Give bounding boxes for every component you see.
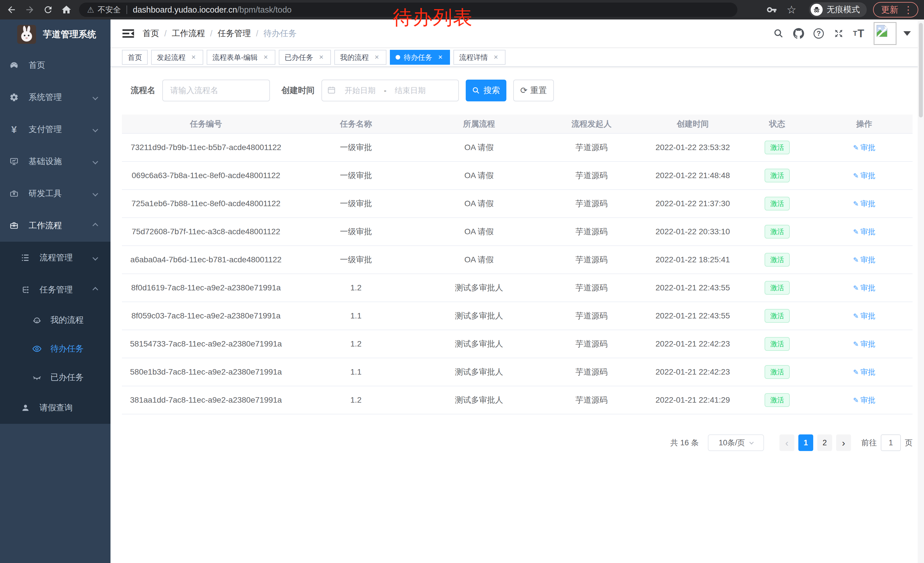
fullscreen-icon[interactable]: [832, 27, 845, 40]
sidebar-item-my-process[interactable]: 我的流程: [0, 306, 111, 335]
status-badge: 激活: [765, 393, 790, 407]
sidebar-item-dev-tools[interactable]: 研发工具: [0, 177, 111, 210]
prev-page-button[interactable]: ‹: [780, 434, 794, 451]
sidebar-item-process-management[interactable]: 流程管理: [0, 242, 111, 274]
cell-actions: ✎审批: [816, 189, 912, 218]
cell-starter: 芋道源码: [536, 302, 647, 330]
sidebar-item-workflow[interactable]: 工作流程: [0, 210, 111, 242]
col-task-name: 任务名称: [290, 114, 422, 134]
approve-link[interactable]: ✎审批: [853, 368, 875, 376]
cell-process: OA 请假: [422, 246, 536, 274]
close-icon[interactable]: ×: [189, 53, 198, 61]
date-range-picker[interactable]: -: [321, 80, 459, 101]
eye-open-icon: [32, 344, 42, 354]
edit-icon: ✎: [853, 368, 859, 376]
sidebar-item-infrastructure[interactable]: 基础设施: [0, 146, 111, 177]
browser-update-button[interactable]: 更新 ⋮: [873, 2, 918, 18]
scrollbar-thumb[interactable]: [919, 23, 923, 117]
cell-starter: 芋道源码: [536, 330, 647, 358]
close-icon[interactable]: ×: [436, 53, 444, 61]
cell-task-name: 1.1: [290, 358, 422, 386]
close-icon[interactable]: ×: [317, 53, 325, 61]
sidebar-toggle-icon[interactable]: [122, 27, 135, 40]
sidebar-item-system[interactable]: 系统管理: [0, 81, 111, 113]
help-icon[interactable]: ?: [812, 27, 825, 40]
approve-link[interactable]: ✎审批: [853, 143, 875, 152]
search-icon[interactable]: [772, 27, 785, 40]
github-icon[interactable]: [792, 27, 805, 40]
url-host: dashboard.yudao.iocoder.cn: [133, 5, 237, 15]
approve-link[interactable]: ✎审批: [853, 396, 875, 404]
tab-label: 流程表单-编辑: [212, 53, 258, 62]
approve-link[interactable]: ✎审批: [853, 312, 875, 320]
list-icon: [21, 253, 30, 263]
sidebar-item-label: 工作流程: [28, 220, 62, 231]
chevron-down-icon: [93, 191, 98, 197]
todo-task-table: 任务编号 任务名称 所属流程 流程发起人 创建时间 状态 操作 73211d9d…: [122, 114, 912, 414]
font-size-icon[interactable]: TT: [852, 27, 865, 40]
end-date-input[interactable]: [389, 86, 432, 95]
tab-start-process[interactable]: 发起流程 ×: [151, 50, 203, 65]
back-icon[interactable]: [2, 2, 21, 18]
password-key-icon[interactable]: [766, 5, 777, 15]
sidebar-item-label: 任务管理: [39, 284, 73, 296]
start-date-input[interactable]: [339, 86, 382, 95]
browser-menu-icon[interactable]: ⋮: [903, 5, 913, 15]
approve-link[interactable]: ✎审批: [853, 284, 875, 292]
search-button[interactable]: 搜索: [466, 80, 506, 101]
tab-home[interactable]: 首页: [122, 50, 148, 65]
approve-link[interactable]: ✎审批: [853, 171, 875, 180]
breadcrumb-workflow[interactable]: 工作流程: [172, 28, 205, 39]
goto-page-input[interactable]: [881, 434, 901, 451]
avatar-caret-icon[interactable]: [903, 31, 911, 36]
cell-task-name: 一级审批: [290, 162, 422, 189]
cell-created-at: 2022-01-21 22:42:23: [647, 330, 738, 358]
sidebar-item-leave-query[interactable]: 请假查询: [0, 392, 111, 424]
sidebar-item-label: 请假查询: [39, 402, 73, 413]
next-page-button[interactable]: ›: [836, 434, 851, 451]
face-icon: [32, 315, 42, 325]
reload-icon[interactable]: [39, 2, 57, 18]
annotation-title: 待办列表: [393, 5, 473, 31]
tab-todo-tasks[interactable]: 待办任务 ×: [390, 50, 450, 65]
process-name-input[interactable]: [162, 80, 270, 101]
close-icon[interactable]: ×: [373, 53, 381, 61]
browser-scrollbar[interactable]: [918, 20, 924, 563]
sidebar-item-done-tasks[interactable]: 已办任务: [0, 363, 111, 392]
app-logo[interactable]: 芋道管理系统: [0, 20, 111, 49]
cell-status: 激活: [738, 246, 816, 274]
breadcrumb-task-management[interactable]: 任务管理: [218, 28, 251, 39]
not-secure-label[interactable]: 不安全: [98, 5, 121, 15]
process-name-label: 流程名: [130, 85, 155, 96]
approve-link[interactable]: ✎审批: [853, 339, 875, 348]
approve-link[interactable]: ✎审批: [853, 227, 875, 236]
search-button-label: 搜索: [483, 85, 500, 96]
breadcrumb-separator: [256, 29, 258, 38]
page-button-1[interactable]: 1: [798, 434, 813, 451]
sidebar-item-task-management[interactable]: 任务管理: [0, 274, 111, 306]
tab-my-process[interactable]: 我的流程 ×: [334, 50, 386, 65]
cell-process: 测试多审批人: [422, 386, 536, 414]
avatar[interactable]: [874, 22, 897, 45]
tab-done-tasks[interactable]: 已办任务 ×: [279, 50, 331, 65]
sidebar-item-home[interactable]: 首页: [0, 49, 111, 81]
approve-link[interactable]: ✎审批: [853, 199, 875, 208]
cell-process: OA 请假: [422, 134, 536, 162]
forward-icon[interactable]: [21, 2, 39, 18]
page-size-select[interactable]: 10条/页: [708, 434, 764, 451]
bookmark-star-icon[interactable]: ☆: [787, 4, 796, 15]
sidebar-item-todo-tasks[interactable]: 待办任务: [0, 335, 111, 363]
close-icon[interactable]: ×: [492, 53, 500, 61]
tab-process-form-edit[interactable]: 流程表单-编辑 ×: [207, 50, 275, 65]
page-button-2[interactable]: 2: [817, 434, 832, 451]
cell-created-at: 2022-01-22 20:33:10: [647, 218, 738, 246]
close-icon[interactable]: ×: [262, 53, 270, 61]
approve-link[interactable]: ✎审批: [853, 255, 875, 264]
breadcrumb-home[interactable]: 首页: [142, 28, 159, 39]
reset-button[interactable]: ⟳ 重置: [513, 80, 554, 101]
tab-process-detail[interactable]: 流程详情 ×: [453, 50, 506, 65]
sidebar-item-payment[interactable]: ¥ 支付管理: [0, 113, 111, 146]
table-row: 381aa1dd-7ac8-11ec-a9e2-a2380e71991a 1.2…: [122, 386, 912, 414]
calendar-icon: [327, 86, 336, 95]
home-icon[interactable]: [57, 2, 76, 18]
